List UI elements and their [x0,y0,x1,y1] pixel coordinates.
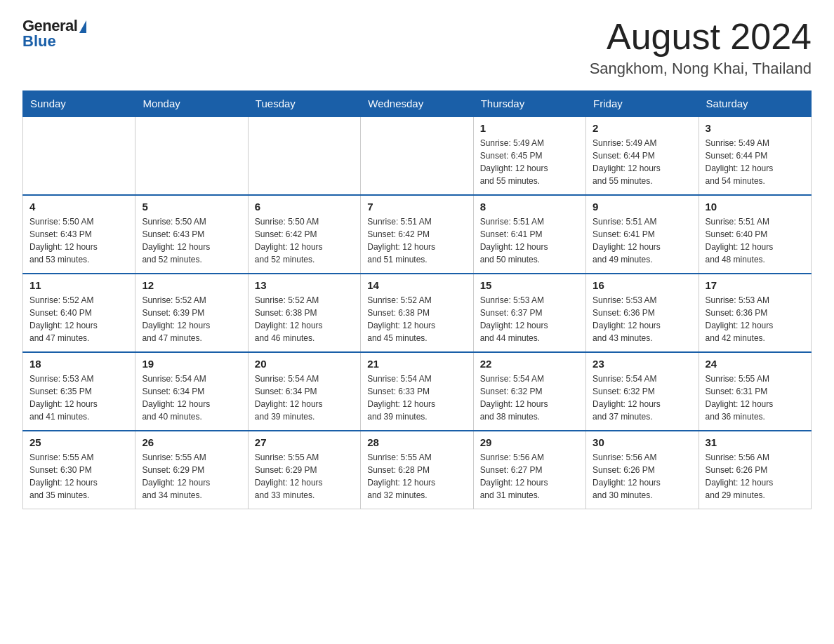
calendar-table: SundayMondayTuesdayWednesdayThursdayFrid… [22,90,812,509]
calendar-cell: 29Sunrise: 5:56 AM Sunset: 6:27 PM Dayli… [473,431,585,509]
day-info: Sunrise: 5:53 AM Sunset: 6:36 PM Dayligh… [593,294,691,344]
calendar-cell: 5Sunrise: 5:50 AM Sunset: 6:43 PM Daylig… [135,195,248,274]
calendar-cell: 26Sunrise: 5:55 AM Sunset: 6:29 PM Dayli… [135,431,248,509]
calendar-header-wednesday: Wednesday [361,91,473,117]
day-number: 31 [706,436,805,448]
day-info: Sunrise: 5:49 AM Sunset: 6:44 PM Dayligh… [706,137,805,187]
day-info: Sunrise: 5:52 AM Sunset: 6:40 PM Dayligh… [29,294,128,344]
day-number: 17 [706,279,805,291]
calendar-cell [248,116,360,195]
calendar-cell: 10Sunrise: 5:51 AM Sunset: 6:40 PM Dayli… [699,195,811,274]
logo-triangle-icon [79,20,86,33]
day-info: Sunrise: 5:51 AM Sunset: 6:42 PM Dayligh… [367,215,466,266]
calendar-cell [361,116,473,195]
day-info: Sunrise: 5:51 AM Sunset: 6:41 PM Dayligh… [593,215,691,266]
calendar-header-saturday: Saturday [699,91,811,117]
week-row-5: 25Sunrise: 5:55 AM Sunset: 6:30 PM Dayli… [23,431,812,509]
day-number: 4 [29,201,128,213]
calendar-cell: 1Sunrise: 5:49 AM Sunset: 6:45 PM Daylig… [473,116,585,195]
calendar-cell: 28Sunrise: 5:55 AM Sunset: 6:28 PM Dayli… [361,431,473,509]
day-info: Sunrise: 5:55 AM Sunset: 6:29 PM Dayligh… [255,451,354,502]
day-number: 28 [367,436,466,448]
day-number: 3 [706,122,805,134]
calendar-cell [23,116,135,195]
day-info: Sunrise: 5:52 AM Sunset: 6:39 PM Dayligh… [142,294,241,344]
logo: General Blue [22,17,86,51]
calendar-cell: 24Sunrise: 5:55 AM Sunset: 6:31 PM Dayli… [699,352,811,431]
day-number: 7 [367,201,466,213]
day-number: 19 [142,358,241,370]
week-row-1: 1Sunrise: 5:49 AM Sunset: 6:45 PM Daylig… [23,116,812,195]
day-info: Sunrise: 5:50 AM Sunset: 6:43 PM Dayligh… [29,215,128,266]
calendar-cell: 19Sunrise: 5:54 AM Sunset: 6:34 PM Dayli… [135,352,248,431]
day-number: 15 [480,279,579,291]
day-number: 13 [255,279,354,291]
calendar-cell: 27Sunrise: 5:55 AM Sunset: 6:29 PM Dayli… [248,431,360,509]
calendar-cell: 11Sunrise: 5:52 AM Sunset: 6:40 PM Dayli… [23,274,135,352]
calendar-cell: 18Sunrise: 5:53 AM Sunset: 6:35 PM Dayli… [23,352,135,431]
day-info: Sunrise: 5:56 AM Sunset: 6:27 PM Dayligh… [480,451,579,502]
day-number: 20 [255,358,354,370]
calendar-cell: 14Sunrise: 5:52 AM Sunset: 6:38 PM Dayli… [361,274,473,352]
day-number: 24 [706,358,805,370]
calendar-header-thursday: Thursday [473,91,585,117]
day-info: Sunrise: 5:54 AM Sunset: 6:32 PM Dayligh… [480,373,579,423]
day-number: 11 [29,279,128,291]
calendar-cell: 30Sunrise: 5:56 AM Sunset: 6:26 PM Dayli… [586,431,699,509]
calendar-cell [135,116,248,195]
calendar-cell: 17Sunrise: 5:53 AM Sunset: 6:36 PM Dayli… [699,274,811,352]
calendar-header-row: SundayMondayTuesdayWednesdayThursdayFrid… [23,91,812,117]
calendar-cell: 25Sunrise: 5:55 AM Sunset: 6:30 PM Dayli… [23,431,135,509]
day-number: 12 [142,279,241,291]
calendar-header-sunday: Sunday [23,91,135,117]
day-info: Sunrise: 5:56 AM Sunset: 6:26 PM Dayligh… [706,451,805,502]
month-title: August 2024 [590,17,812,57]
calendar-cell: 6Sunrise: 5:50 AM Sunset: 6:42 PM Daylig… [248,195,360,274]
calendar-cell: 22Sunrise: 5:54 AM Sunset: 6:32 PM Dayli… [473,352,585,431]
day-number: 25 [29,436,128,448]
week-row-2: 4Sunrise: 5:50 AM Sunset: 6:43 PM Daylig… [23,195,812,274]
calendar-header-monday: Monday [135,91,248,117]
day-info: Sunrise: 5:54 AM Sunset: 6:34 PM Dayligh… [255,373,354,423]
day-number: 8 [480,201,579,213]
day-number: 16 [593,279,691,291]
calendar-cell: 15Sunrise: 5:53 AM Sunset: 6:37 PM Dayli… [473,274,585,352]
logo-blue-text: Blue [22,32,56,51]
calendar-cell: 23Sunrise: 5:54 AM Sunset: 6:32 PM Dayli… [586,352,699,431]
week-row-3: 11Sunrise: 5:52 AM Sunset: 6:40 PM Dayli… [23,274,812,352]
day-info: Sunrise: 5:54 AM Sunset: 6:34 PM Dayligh… [142,373,241,423]
day-number: 18 [29,358,128,370]
week-row-4: 18Sunrise: 5:53 AM Sunset: 6:35 PM Dayli… [23,352,812,431]
calendar-header-friday: Friday [586,91,699,117]
day-info: Sunrise: 5:55 AM Sunset: 6:30 PM Dayligh… [29,451,128,502]
day-info: Sunrise: 5:49 AM Sunset: 6:44 PM Dayligh… [593,137,691,187]
calendar-cell: 8Sunrise: 5:51 AM Sunset: 6:41 PM Daylig… [473,195,585,274]
calendar-header-tuesday: Tuesday [248,91,360,117]
day-number: 27 [255,436,354,448]
day-number: 2 [593,122,691,134]
day-info: Sunrise: 5:52 AM Sunset: 6:38 PM Dayligh… [367,294,466,344]
location-title: Sangkhom, Nong Khai, Thailand [590,60,812,78]
day-info: Sunrise: 5:50 AM Sunset: 6:42 PM Dayligh… [255,215,354,266]
calendar-cell: 12Sunrise: 5:52 AM Sunset: 6:39 PM Dayli… [135,274,248,352]
day-info: Sunrise: 5:54 AM Sunset: 6:33 PM Dayligh… [367,373,466,423]
day-info: Sunrise: 5:53 AM Sunset: 6:36 PM Dayligh… [706,294,805,344]
day-number: 22 [480,358,579,370]
day-info: Sunrise: 5:53 AM Sunset: 6:37 PM Dayligh… [480,294,579,344]
day-number: 9 [593,201,691,213]
day-info: Sunrise: 5:51 AM Sunset: 6:40 PM Dayligh… [706,215,805,266]
calendar-cell: 20Sunrise: 5:54 AM Sunset: 6:34 PM Dayli… [248,352,360,431]
calendar-cell: 13Sunrise: 5:52 AM Sunset: 6:38 PM Dayli… [248,274,360,352]
day-number: 30 [593,436,691,448]
day-number: 21 [367,358,466,370]
title-area: August 2024 Sangkhom, Nong Khai, Thailan… [590,17,812,78]
calendar-cell: 3Sunrise: 5:49 AM Sunset: 6:44 PM Daylig… [699,116,811,195]
calendar-cell: 2Sunrise: 5:49 AM Sunset: 6:44 PM Daylig… [586,116,699,195]
calendar-cell: 7Sunrise: 5:51 AM Sunset: 6:42 PM Daylig… [361,195,473,274]
day-info: Sunrise: 5:55 AM Sunset: 6:29 PM Dayligh… [142,451,241,502]
day-number: 26 [142,436,241,448]
day-number: 10 [706,201,805,213]
day-number: 6 [255,201,354,213]
calendar-cell: 9Sunrise: 5:51 AM Sunset: 6:41 PM Daylig… [586,195,699,274]
day-info: Sunrise: 5:49 AM Sunset: 6:45 PM Dayligh… [480,137,579,187]
